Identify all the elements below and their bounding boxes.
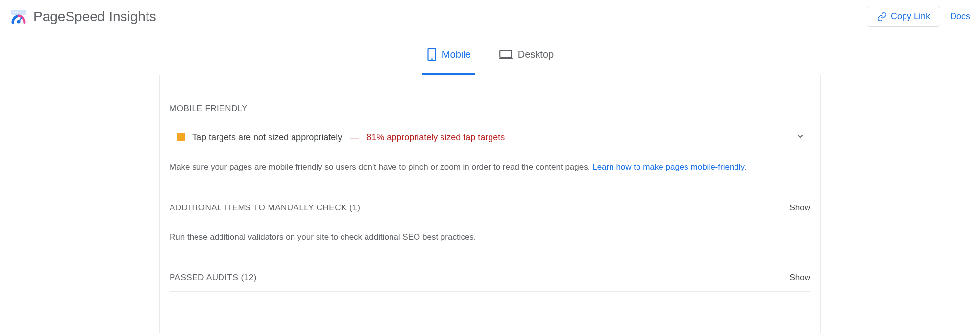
section-additional-title: ADDITIONAL ITEMS TO MANUALLY CHECK (1) bbox=[170, 203, 360, 213]
additional-description: Run these additional validators on your … bbox=[170, 222, 810, 244]
svg-point-1 bbox=[13, 11, 14, 12]
desktop-icon bbox=[498, 49, 513, 60]
section-passed-title: PASSED AUDITS (12) bbox=[170, 273, 257, 282]
app-title: PageSpeed Insights bbox=[33, 9, 156, 25]
section-additional-count: (1) bbox=[349, 203, 360, 212]
section-passed-title-text: PASSED AUDITS bbox=[170, 273, 238, 282]
tab-desktop[interactable]: Desktop bbox=[494, 44, 558, 73]
section-mobile-friendly: MOBILE FRIENDLY Tap targets are not size… bbox=[170, 75, 810, 174]
tab-desktop-label: Desktop bbox=[518, 49, 554, 60]
header-right: Copy Link Docs bbox=[867, 6, 970, 27]
svg-point-2 bbox=[15, 11, 16, 12]
chevron-down-icon[interactable] bbox=[796, 132, 805, 143]
mobile-friendly-description: Make sure your pages are mobile friendly… bbox=[170, 152, 810, 174]
additional-show-button[interactable]: Show bbox=[789, 203, 810, 213]
section-additional-header: ADDITIONAL ITEMS TO MANUALLY CHECK (1) S… bbox=[170, 203, 810, 222]
section-passed-header: PASSED AUDITS (12) Show bbox=[170, 273, 810, 292]
docs-link[interactable]: Docs bbox=[950, 11, 970, 22]
audit-detail: 81% appropriately sized tap targets bbox=[367, 132, 505, 143]
link-icon bbox=[877, 12, 887, 22]
section-additional-title-text: ADDITIONAL ITEMS TO MANUALLY CHECK bbox=[170, 203, 347, 212]
section-additional-items: ADDITIONAL ITEMS TO MANUALLY CHECK (1) S… bbox=[170, 174, 810, 244]
mobile-icon bbox=[426, 47, 437, 62]
svg-point-3 bbox=[17, 11, 18, 12]
audit-row-tap-targets[interactable]: Tap targets are not sized appropriately … bbox=[170, 123, 810, 152]
copy-link-button[interactable]: Copy Link bbox=[867, 6, 940, 27]
section-passed-audits: PASSED AUDITS (12) Show bbox=[170, 243, 810, 292]
audit-title: Tap targets are not sized appropriately bbox=[192, 132, 342, 143]
device-tabs: Mobile Desktop bbox=[0, 33, 980, 75]
copy-link-label: Copy Link bbox=[891, 11, 930, 22]
tab-mobile-label: Mobile bbox=[442, 49, 471, 60]
status-warning-icon bbox=[177, 133, 185, 141]
pagespeed-logo-icon bbox=[10, 8, 27, 26]
app-header: PageSpeed Insights Copy Link Docs bbox=[0, 0, 980, 33]
header-left: PageSpeed Insights bbox=[10, 8, 156, 26]
svg-rect-8 bbox=[500, 50, 512, 57]
audit-separator: — bbox=[350, 132, 359, 143]
section-passed-count: (12) bbox=[241, 273, 257, 282]
tab-mobile[interactable]: Mobile bbox=[422, 42, 475, 75]
section-mobile-friendly-title: MOBILE FRIENDLY bbox=[170, 104, 247, 114]
main-content: MOBILE FRIENDLY Tap targets are not size… bbox=[159, 75, 821, 333]
mobile-friendly-learn-link[interactable]: Learn how to make pages mobile-friendly bbox=[592, 162, 744, 172]
mobile-friendly-description-text: Make sure your pages are mobile friendly… bbox=[170, 162, 592, 172]
mobile-friendly-period: . bbox=[744, 162, 747, 172]
section-mobile-friendly-header: MOBILE FRIENDLY bbox=[170, 104, 810, 123]
passed-show-button[interactable]: Show bbox=[789, 273, 810, 282]
